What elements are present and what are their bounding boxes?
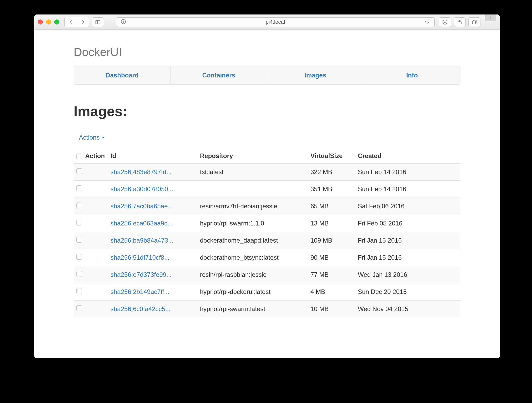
image-size: 351 MB	[308, 181, 355, 198]
row-checkbox[interactable]	[76, 237, 82, 243]
browser-titlebar: pi4.local +	[34, 14, 500, 30]
image-size: 322 MB	[308, 163, 355, 181]
table-row: sha256:ba9b84a473...dockerathome_daapd:l…	[74, 232, 460, 249]
nav-containers[interactable]: Containers	[170, 66, 267, 84]
forward-button[interactable]	[77, 17, 89, 27]
image-id-link[interactable]: sha256:51df710cf8...	[111, 254, 169, 261]
image-id-link[interactable]: sha256:e7d373fe99...	[111, 271, 172, 278]
col-action-label: Action	[85, 152, 105, 159]
app-title: DockerUI	[74, 46, 460, 59]
image-id-link[interactable]: sha256:eca063aa9c...	[111, 220, 173, 227]
image-created: Fri Jan 15 2016	[355, 249, 460, 266]
row-checkbox[interactable]	[76, 220, 82, 225]
image-created: Sun Feb 14 2016	[355, 181, 460, 198]
images-table: Action Id Repository VirtualSize Created…	[74, 149, 460, 317]
image-repository: hypriot/rpi-swarm:1.1.0	[197, 215, 308, 232]
table-row: sha256:7ac0ba65ae...resin/armv7hf-debian…	[74, 198, 460, 215]
row-checkbox[interactable]	[76, 271, 82, 277]
image-size: 65 MB	[308, 198, 355, 215]
site-info-button[interactable]	[119, 19, 127, 26]
zoom-window-button[interactable]	[54, 19, 59, 24]
image-id-link[interactable]: sha256:7ac0ba65ae...	[111, 203, 173, 210]
reader-icon	[121, 19, 126, 24]
table-row: sha256:eca063aa9c...hypriot/rpi-swarm:1.…	[74, 215, 460, 232]
nav-info[interactable]: Info	[364, 66, 460, 84]
image-id-link[interactable]: sha256:a30d078050...	[111, 185, 173, 193]
nav-images[interactable]: Images	[267, 66, 364, 84]
row-checkbox[interactable]	[76, 168, 82, 174]
image-repository: hypriot/rpi-swarm:latest	[197, 301, 308, 318]
browser-window: pi4.local + DockerUI Dashboard Container…	[34, 14, 500, 358]
image-id-link[interactable]: sha256:6c0fa42cc5...	[111, 305, 170, 312]
table-row: sha256:e7d373fe99...resin/rpi-raspbian:j…	[74, 266, 460, 283]
nav-dashboard[interactable]: Dashboard	[74, 66, 170, 84]
reload-icon	[424, 19, 430, 24]
svg-rect-7	[473, 21, 476, 24]
row-checkbox[interactable]	[76, 185, 82, 191]
table-row: sha256:a30d078050...351 MBSun Feb 14 201…	[74, 181, 460, 198]
image-repository: resin/rpi-raspbian:jessie	[197, 266, 308, 283]
image-repository: dockerathome_daapd:latest	[197, 232, 308, 249]
download-icon	[442, 19, 448, 25]
row-checkbox[interactable]	[76, 288, 82, 294]
image-size: 109 MB	[308, 232, 355, 249]
sidebar-icon	[95, 19, 101, 25]
image-created: Sun Feb 14 2016	[355, 163, 460, 181]
image-size: 90 MB	[308, 249, 355, 266]
col-action-header[interactable]: Action	[74, 149, 108, 163]
image-size: 13 MB	[308, 215, 355, 232]
sidebar-toggle-button[interactable]	[92, 17, 104, 27]
image-size: 4 MB	[308, 283, 355, 301]
share-icon	[457, 19, 463, 25]
main-nav: Dashboard Containers Images Info	[74, 66, 460, 85]
row-checkbox[interactable]	[76, 203, 82, 208]
image-created: Wed Jan 13 2016	[355, 266, 460, 283]
col-repository-header[interactable]: Repository	[197, 149, 308, 163]
actions-label: Actions	[79, 134, 100, 141]
table-row: sha256:6c0fa42cc5...hypriot/rpi-swarm:la…	[74, 301, 460, 318]
image-id-link[interactable]: sha256:483e8797fd...	[111, 168, 172, 175]
image-created: Wed Nov 04 2015	[355, 301, 460, 318]
image-repository: resin/armv7hf-debian:jessie	[197, 198, 308, 215]
image-repository: dockerathome_btsync:latest	[197, 249, 308, 266]
caret-down-icon	[102, 137, 104, 138]
image-created: Fri Jan 15 2016	[355, 232, 460, 249]
reload-button[interactable]	[423, 19, 431, 26]
chevron-right-icon	[80, 19, 86, 25]
select-all-checkbox[interactable]	[76, 154, 82, 159]
row-checkbox[interactable]	[76, 305, 82, 311]
address-bar[interactable]: pi4.local	[116, 17, 435, 27]
chevron-left-icon	[68, 19, 74, 25]
col-created-header[interactable]: Created	[355, 149, 460, 163]
table-row: sha256:483e8797fd...tst:latest322 MBSun …	[74, 163, 460, 181]
close-window-button[interactable]	[38, 19, 43, 24]
image-repository	[197, 181, 308, 198]
image-id-link[interactable]: sha256:ba9b84a473...	[111, 237, 173, 244]
image-repository: tst:latest	[197, 163, 308, 181]
image-created: Fri Feb 05 2016	[355, 215, 460, 232]
col-id-header[interactable]: Id	[108, 149, 197, 163]
actions-dropdown[interactable]: Actions	[74, 134, 104, 141]
page-heading: Images:	[74, 103, 460, 119]
window-controls	[38, 19, 62, 24]
back-button[interactable]	[65, 17, 77, 27]
share-button[interactable]	[454, 17, 466, 27]
table-row: sha256:2b149ac7ff...hypriot/rpi-dockerui…	[74, 283, 460, 301]
svg-rect-0	[96, 20, 100, 24]
table-row: sha256:51df710cf8...dockerathome_btsync:…	[74, 249, 460, 266]
image-created: Sat Feb 06 2016	[355, 198, 460, 215]
address-text: pi4.local	[127, 19, 423, 25]
image-id-link[interactable]: sha256:2b149ac7ff...	[111, 288, 169, 295]
tabs-button[interactable]	[468, 17, 480, 27]
row-checkbox[interactable]	[76, 254, 82, 260]
new-tab-button[interactable]: +	[485, 14, 496, 21]
image-repository: hypriot/rpi-dockerui:latest	[197, 283, 308, 301]
image-created: Sun Dec 20 2015	[355, 283, 460, 301]
image-size: 10 MB	[308, 301, 355, 318]
minimize-window-button[interactable]	[46, 19, 51, 24]
page-content: DockerUI Dashboard Containers Images Inf…	[34, 30, 500, 358]
col-virtualsize-header[interactable]: VirtualSize	[308, 149, 355, 163]
downloads-button[interactable]	[439, 17, 451, 27]
tabs-icon	[471, 19, 477, 25]
image-size: 77 MB	[308, 266, 355, 283]
